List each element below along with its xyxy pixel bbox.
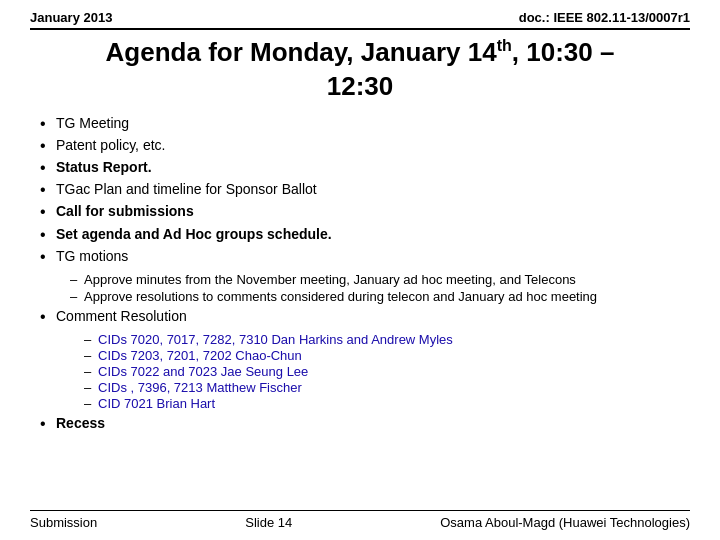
tg-motions-sublist: – Approve minutes from the November meet…	[70, 272, 690, 304]
comment-resolution-item: • Comment Resolution	[40, 307, 690, 326]
main-bullet-list: • TG Meeting • Patent policy, etc. • Sta…	[40, 114, 690, 266]
list-item: • Patent policy, etc.	[40, 136, 690, 155]
sub-list-item: – CIDs 7203, 7201, 7202 Chao-Chun	[84, 348, 690, 363]
list-item: • Recess	[40, 414, 690, 433]
dash-icon: –	[84, 380, 98, 395]
header-doc: doc.: IEEE 802.11-13/0007r1	[519, 10, 690, 25]
list-item: • TG motions	[40, 247, 690, 266]
footer: Submission Slide 14 Osama Aboul-Magd (Hu…	[30, 510, 690, 530]
sub-list-item: – CIDs 7022 and 7023 Jae Seung Lee	[84, 364, 690, 379]
bullet-icon: •	[40, 247, 56, 266]
dash-icon: –	[84, 396, 98, 411]
sub-list-item: – CIDs , 7396, 7213 Matthew Fischer	[84, 380, 690, 395]
comment-resolution-sublist: – CIDs 7020, 7017, 7282, 7310 Dan Harkin…	[84, 332, 690, 411]
title-block: Agenda for Monday, January 14th, 10:30 –…	[30, 36, 690, 104]
dash-icon: –	[70, 272, 84, 287]
bullet-icon: •	[40, 414, 56, 433]
sub-list-item: – CIDs 7020, 7017, 7282, 7310 Dan Harkin…	[84, 332, 690, 347]
page: January 2013 doc.: IEEE 802.11-13/0007r1…	[0, 0, 720, 540]
header: January 2013 doc.: IEEE 802.11-13/0007r1	[30, 10, 690, 30]
footer-right: Osama Aboul-Magd (Huawei Technologies)	[440, 515, 690, 530]
footer-left: Submission	[30, 515, 97, 530]
list-item: • Set agenda and Ad Hoc groups schedule.	[40, 225, 690, 244]
list-item: • TG Meeting	[40, 114, 690, 133]
list-item: • TGac Plan and timeline for Sponsor Bal…	[40, 180, 690, 199]
page-title: Agenda for Monday, January 14th, 10:30 –…	[30, 36, 690, 104]
bullet-icon: •	[40, 114, 56, 133]
list-item: • Status Report.	[40, 158, 690, 177]
footer-center: Slide 14	[245, 515, 292, 530]
sub-list-item: – Approve resolutions to comments consid…	[70, 289, 690, 304]
recess-item: • Recess	[40, 414, 690, 433]
dash-icon: –	[84, 348, 98, 363]
dash-icon: –	[84, 364, 98, 379]
list-item: • Comment Resolution	[40, 307, 690, 326]
sub-list-item: – Approve minutes from the November meet…	[70, 272, 690, 287]
bullet-icon: •	[40, 136, 56, 155]
bullet-icon: •	[40, 180, 56, 199]
bullet-icon: •	[40, 225, 56, 244]
bullet-icon: •	[40, 202, 56, 221]
content-area: • TG Meeting • Patent policy, etc. • Sta…	[30, 114, 690, 510]
sub-list-item: – CID 7021 Brian Hart	[84, 396, 690, 411]
dash-icon: –	[70, 289, 84, 304]
list-item: • Call for submissions	[40, 202, 690, 221]
bullet-icon: •	[40, 307, 56, 326]
bullet-icon: •	[40, 158, 56, 177]
header-date: January 2013	[30, 10, 112, 25]
dash-icon: –	[84, 332, 98, 347]
